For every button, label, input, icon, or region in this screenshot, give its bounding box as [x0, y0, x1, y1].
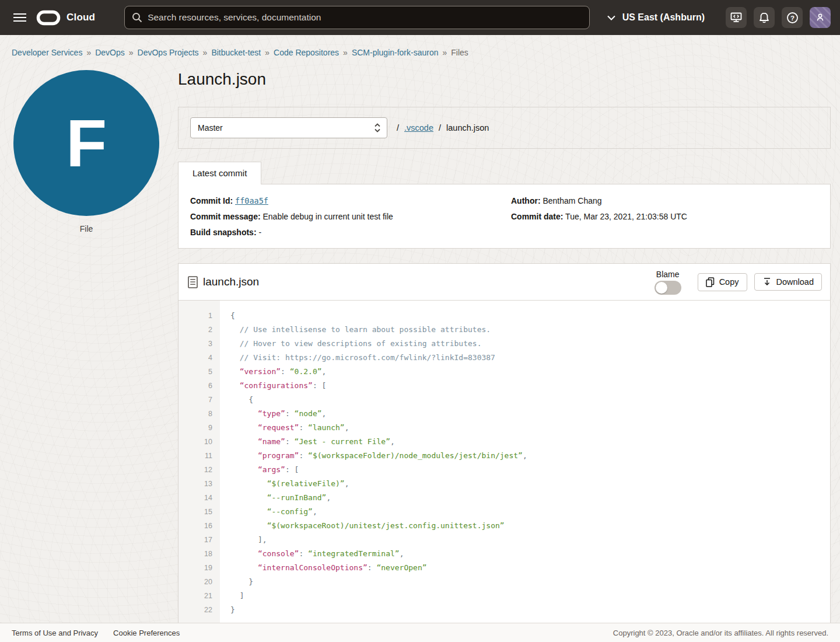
- code-token: “internalConsoleOptions”: [258, 563, 368, 572]
- person-icon: [815, 12, 825, 23]
- code-token: “console”: [258, 549, 299, 558]
- commit-field-label: Author:: [511, 196, 541, 205]
- file-summary: F File: [13, 70, 159, 233]
- line-number: 9: [178, 421, 220, 435]
- help-icon: ?: [786, 12, 799, 24]
- code-token: [230, 465, 258, 474]
- hamburger-icon: [13, 13, 26, 22]
- line-number: 12: [178, 463, 220, 477]
- code-line: 21 ]: [178, 589, 830, 603]
- blame-control: Blame: [654, 270, 681, 295]
- copyright: Copyright © 2023, Oracle and/or its affi…: [613, 629, 828, 637]
- commit-field-label: Build snapshots:: [190, 228, 257, 237]
- code-token: // Use intellisense to learn about possi…: [230, 325, 491, 334]
- footer-link[interactable]: Cookie Preferences: [113, 629, 180, 637]
- commit-fields-left: Commit Id: ff0aa5fCommit message: Enable…: [190, 193, 511, 240]
- line-number: 5: [178, 365, 220, 379]
- code-token: ,: [345, 423, 349, 432]
- branch-select[interactable]: Master: [190, 117, 387, 138]
- region-selector[interactable]: US East (Ashburn): [607, 12, 705, 23]
- select-stepper-icon: [374, 123, 381, 133]
- file-avatar-letter: F: [66, 110, 107, 177]
- code-token: :: [299, 423, 308, 432]
- code-text: “$(workspaceRoot)/unitest/jest.config.un…: [220, 519, 505, 533]
- blame-toggle[interactable]: [654, 281, 681, 295]
- cloud-shell-button[interactable]: [726, 7, 747, 28]
- code-text: }: [220, 603, 235, 617]
- copy-button[interactable]: Copy: [698, 273, 747, 291]
- code-text: “type”: “node”,: [220, 407, 326, 421]
- help-button[interactable]: ?: [782, 7, 803, 28]
- breadcrumb-item: Files: [451, 48, 468, 57]
- code-token: [230, 507, 267, 516]
- breadcrumb-item[interactable]: Bitbucket-test: [211, 48, 261, 57]
- blame-label: Blame: [656, 270, 680, 279]
- code-viewer: 1{2 // Use intellisense to learn about p…: [178, 301, 830, 623]
- file-viewer-card: launch.json Blame Copy Download 1{2 // U…: [178, 263, 831, 623]
- code-line: 4 // Visit: https://go.microsoft.com/fwl…: [178, 351, 830, 365]
- code-token: “--config”: [267, 507, 313, 516]
- file-type-caption: File: [13, 224, 159, 233]
- line-number: 14: [178, 491, 220, 505]
- brand-label: Cloud: [66, 12, 95, 23]
- file-type-avatar: F: [13, 70, 159, 216]
- breadcrumb-separator: »: [265, 48, 270, 57]
- code-text: “program”: “$(workspaceFolder)/node_modu…: [220, 449, 527, 463]
- code-token: {: [230, 311, 235, 320]
- code-line: 11 “program”: “$(workspaceFolder)/node_m…: [178, 449, 830, 463]
- line-number: 15: [178, 505, 220, 519]
- code-token: “Jest - current File”: [295, 437, 390, 446]
- code-text: “console”: “integratedTerminal”,: [220, 547, 404, 561]
- oracle-cloud-logo[interactable]: Cloud: [36, 10, 95, 26]
- line-number: 4: [178, 351, 220, 365]
- line-number: 7: [178, 393, 220, 407]
- code-text: “--config”,: [220, 505, 317, 519]
- code-token: ,: [322, 367, 327, 376]
- code-token: : [: [285, 465, 299, 474]
- line-number: 1: [178, 309, 220, 323]
- search-input[interactable]: [148, 12, 582, 23]
- notifications-button[interactable]: [754, 7, 775, 28]
- breadcrumb-item[interactable]: SCM-plugin-fork-sauron: [352, 48, 439, 57]
- tab-latest-commit[interactable]: Latest commit: [178, 162, 261, 184]
- code-token: ,: [400, 549, 404, 558]
- code-token: [230, 409, 258, 418]
- code-line: 10 “name”: “Jest - current File”,: [178, 435, 830, 449]
- breadcrumb-item[interactable]: Developer Services: [12, 48, 82, 57]
- commit-field: Build snapshots: -: [190, 225, 511, 240]
- code-line: 20 }: [178, 575, 830, 589]
- branch-bar: Master /.vscode/launch.json: [178, 107, 831, 149]
- path-folder-link[interactable]: .vscode: [404, 123, 433, 132]
- svg-text:?: ?: [790, 14, 794, 21]
- code-token: [230, 577, 249, 586]
- code-token: [230, 535, 258, 544]
- code-token: ,: [390, 437, 395, 446]
- copy-icon: [706, 277, 715, 287]
- footer-link[interactable]: Terms of Use and Privacy: [12, 629, 98, 637]
- breadcrumb-item[interactable]: DevOps Projects: [138, 48, 199, 57]
- bell-icon: [758, 12, 770, 24]
- search-icon: [132, 12, 142, 23]
- commit-field-label: Commit message:: [190, 212, 261, 221]
- line-number: 18: [178, 547, 220, 561]
- code-token: :: [285, 437, 295, 446]
- filename-group: launch.json: [188, 275, 654, 288]
- code-text: “request”: “launch”,: [220, 421, 349, 435]
- code-text: {: [220, 309, 235, 323]
- line-number: 3: [178, 337, 220, 351]
- code-token: [230, 549, 258, 558]
- line-number: 20: [178, 575, 220, 589]
- download-label: Download: [776, 277, 814, 287]
- commit-id-link[interactable]: ff0aa5f: [235, 196, 268, 205]
- hamburger-menu-button[interactable]: [9, 7, 30, 28]
- download-button[interactable]: Download: [754, 273, 822, 291]
- code-text: {: [220, 393, 253, 407]
- breadcrumb-item[interactable]: Code Repositores: [274, 48, 339, 57]
- viewed-file-name: launch.json: [203, 275, 259, 288]
- breadcrumb-separator: »: [129, 48, 134, 57]
- code-token: “$(workspaceRoot)/unitest/jest.config.un…: [267, 521, 505, 530]
- breadcrumb-item[interactable]: DevOps: [95, 48, 125, 57]
- profile-avatar[interactable]: [810, 7, 831, 28]
- code-token: ],: [258, 535, 267, 544]
- global-search[interactable]: [124, 6, 590, 29]
